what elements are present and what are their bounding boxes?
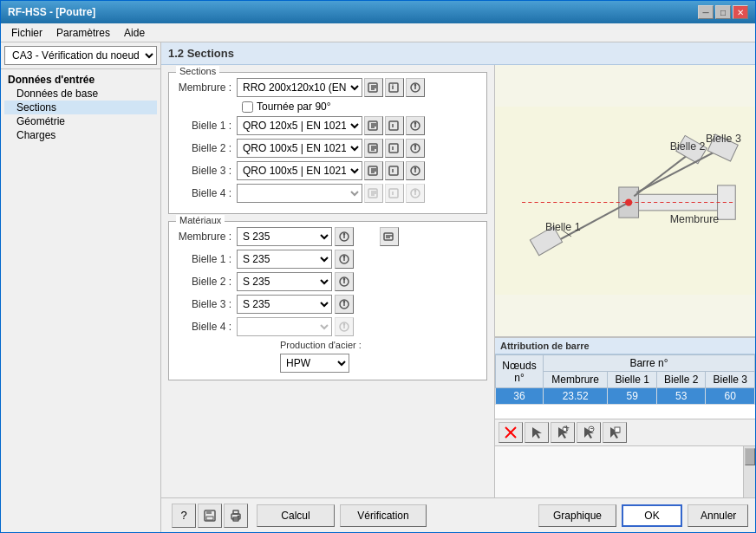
cell-bielle1: 59 xyxy=(608,388,657,405)
calcul-buttons: Calcul Vérification xyxy=(257,504,533,527)
mat-bielle4-info-btn[interactable] xyxy=(335,317,354,336)
mat-bielle3-info-btn[interactable] xyxy=(335,295,354,314)
cell-bielle2: 53 xyxy=(656,388,706,405)
mat-bielle2-info-btn[interactable] xyxy=(335,272,354,291)
mat-bielle2-row: Bielle 2 : S 235S 275S 355 xyxy=(176,272,479,291)
svg-rect-77 xyxy=(206,517,213,520)
production-dropdown[interactable]: HPWCEW xyxy=(280,354,349,373)
scroll-thumb[interactable] xyxy=(745,448,755,465)
mat-bielle3-dropdown[interactable]: S 235S 275S 355 xyxy=(237,295,332,314)
attribution-panel: Attribution de barre Nœudsn° Barre n° xyxy=(495,337,755,497)
calcul-button[interactable]: Calcul xyxy=(257,504,335,527)
attribution-table: Nœudsn° Barre n° Membrure Bielle 1 Biell… xyxy=(495,354,755,405)
col-barre: Barre n° xyxy=(544,355,755,372)
col-membrure: Membrure xyxy=(544,372,608,388)
bielle3-dropdown[interactable]: QRO 100x5 | EN 10219-2:2 xyxy=(237,161,362,180)
table-cursor4-btn[interactable] xyxy=(603,422,627,443)
menu-fichier[interactable]: Fichier xyxy=(4,25,49,41)
table-cursor-btn[interactable] xyxy=(525,422,549,443)
table-cursor2-btn[interactable]: + xyxy=(551,422,575,443)
graphic-area: Bielle 1 Bielle 2 Bielle 3 Membrure xyxy=(495,65,755,337)
menu-aide[interactable]: Aide xyxy=(117,25,152,41)
bielle1-dropdown[interactable]: QRO 120x5 | EN 10219-2:2 xyxy=(237,116,362,135)
membrure-dropdown[interactable]: RRO 200x120x10 (EN 1021 xyxy=(237,78,362,97)
tournee-label: Tournée par 90° xyxy=(257,101,331,113)
menu-parametres[interactable]: Paramètres xyxy=(49,25,117,41)
production-label: Production d'acier : xyxy=(280,340,362,350)
scroll-area xyxy=(495,445,755,497)
ok-button[interactable]: OK xyxy=(622,504,682,527)
tournee-checkbox-row: Tournée par 90° xyxy=(242,101,479,113)
mat-bielle2-label: Bielle 2 : xyxy=(176,276,237,288)
maximize-button[interactable]: □ xyxy=(715,5,731,19)
mat-membrure-edit-btn[interactable] xyxy=(380,227,399,246)
membrure-browse-btn[interactable] xyxy=(364,78,383,97)
tree-panel: Données d'entrée Données de base Section… xyxy=(1,69,160,532)
mat-bielle2-dropdown[interactable]: S 235S 275S 355 xyxy=(237,272,332,291)
content-header: 1.2 Sections xyxy=(161,42,755,65)
col-bielle1: Bielle 1 xyxy=(608,372,657,388)
menubar: Fichier Paramètres Aide xyxy=(1,23,755,42)
bielle1-row: Bielle 1 : QRO 120x5 | EN 10219-2:2 xyxy=(176,116,479,135)
verification-button[interactable]: Vérification xyxy=(340,504,427,527)
save-btn[interactable] xyxy=(198,504,222,528)
attribution-header: Attribution de barre xyxy=(495,338,755,354)
svg-rect-1 xyxy=(389,83,398,92)
bielle1-browse-btn[interactable] xyxy=(364,116,383,135)
mat-bielle1-info-btn[interactable] xyxy=(335,250,354,269)
node-selector[interactable]: CA3 - Vérification du noeud 36 xyxy=(4,46,157,65)
bielle4-browse-btn[interactable] xyxy=(364,184,383,203)
bielle2-detail-btn[interactable] xyxy=(406,139,425,158)
minimize-button[interactable]: ─ xyxy=(698,5,714,19)
svg-point-40 xyxy=(343,278,344,279)
bielle2-browse-btn[interactable] xyxy=(364,139,383,158)
bielle4-detail-btn[interactable] xyxy=(406,184,425,203)
mat-membrure-dropdown[interactable]: S 235S 275S 355 xyxy=(237,227,332,246)
membrure-detail-btn[interactable] xyxy=(406,78,425,97)
table-delete-btn[interactable] xyxy=(499,422,523,443)
membrure-info-btn[interactable] xyxy=(385,78,404,97)
bielle1-detail-btn[interactable] xyxy=(406,116,425,135)
bielle4-dropdown[interactable] xyxy=(237,184,362,203)
mat-bielle3-label: Bielle 3 : xyxy=(176,298,237,310)
truss-diagram: Bielle 1 Bielle 2 Bielle 3 Membrure xyxy=(495,65,755,336)
bielle1-info-btn[interactable] xyxy=(385,116,404,135)
bielle4-info-btn[interactable] xyxy=(385,184,404,203)
svg-rect-20 xyxy=(389,166,398,175)
bielle3-info-btn[interactable] xyxy=(385,161,404,180)
table-row[interactable]: 36 23.52 59 53 60 xyxy=(496,388,755,405)
svg-rect-76 xyxy=(206,510,212,514)
print-btn[interactable] xyxy=(224,504,248,528)
tree-item-geometrie[interactable]: Géométrie xyxy=(4,114,157,128)
bielle4-row: Bielle 4 : xyxy=(176,184,479,203)
tree-item-donnees[interactable]: Données d'entrée xyxy=(4,73,157,87)
bielle3-browse-btn[interactable] xyxy=(364,161,383,180)
mat-membrure-row: Membrure : S 235S 275S 355 xyxy=(176,227,479,246)
mat-bielle4-dropdown[interactable] xyxy=(237,317,332,336)
svg-text:+: + xyxy=(564,426,570,434)
svg-text:Membrure: Membrure xyxy=(670,213,720,225)
annuler-button[interactable]: Annuler xyxy=(688,504,748,527)
mat-bielle4-row: Bielle 4 : xyxy=(176,317,479,336)
vertical-scrollbar[interactable] xyxy=(743,446,755,497)
close-button[interactable]: ✕ xyxy=(733,5,748,19)
mat-membrure-info-btn[interactable] xyxy=(335,227,354,246)
tree-item-base[interactable]: Données de base xyxy=(4,87,157,101)
bielle2-row: Bielle 2 : QRO 100x5 | EN 10219-2:2 xyxy=(176,139,479,158)
table-cursor3-btn[interactable]: - xyxy=(577,422,601,443)
bielle3-detail-btn[interactable] xyxy=(406,161,425,180)
graphique-button[interactable]: Graphique xyxy=(538,504,616,527)
tournee-checkbox[interactable] xyxy=(242,101,253,113)
mat-bielle1-dropdown[interactable]: S 235S 275S 355 xyxy=(237,250,332,269)
tree-item-charges[interactable]: Charges xyxy=(4,128,157,142)
col-noeuds: Nœudsn° xyxy=(496,355,544,388)
bielle2-dropdown[interactable]: QRO 100x5 | EN 10219-2:2 xyxy=(237,139,362,158)
help-btn[interactable]: ? xyxy=(172,504,196,528)
svg-point-58 xyxy=(625,198,632,205)
tree-item-sections[interactable]: Sections xyxy=(4,101,157,114)
mat-bielle1-label: Bielle 1 : xyxy=(176,253,237,265)
bielle2-info-btn[interactable] xyxy=(385,139,404,158)
svg-rect-79 xyxy=(233,510,238,514)
sections-group-title: Sections xyxy=(176,66,219,76)
col-bielle2: Bielle 2 xyxy=(656,372,706,388)
